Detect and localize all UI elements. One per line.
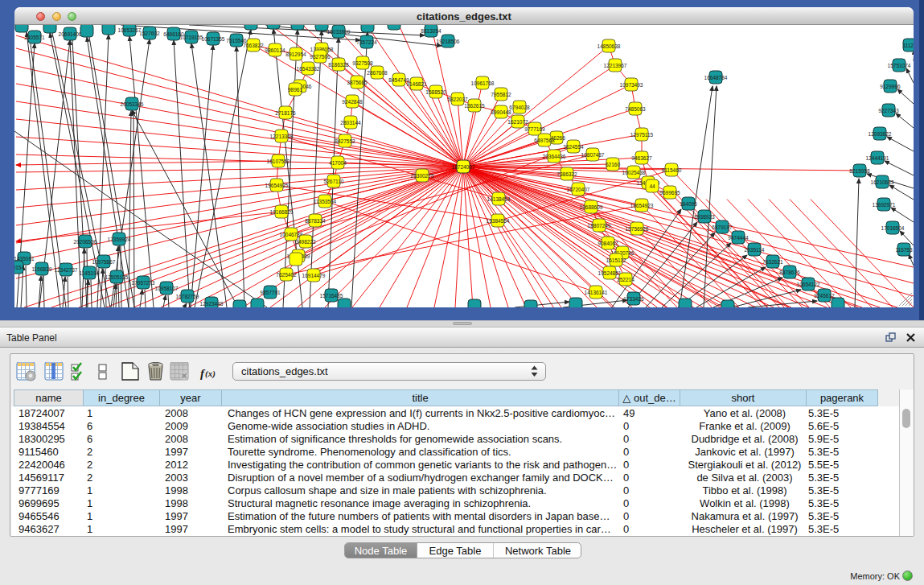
- svg-text:8186328: 8186328: [328, 62, 349, 68]
- svg-text:19218506: 19218506: [437, 39, 460, 44]
- svg-text:17016504: 17016504: [881, 225, 905, 231]
- svg-text:9777169: 9777169: [524, 126, 545, 132]
- svg-text:3498222: 3498222: [295, 239, 316, 245]
- svg-text:2867608: 2867608: [367, 70, 388, 76]
- svg-text:10958107: 10958107: [155, 286, 179, 291]
- svg-text:2935114: 2935114: [745, 247, 765, 253]
- svg-text:17957273: 17957273: [132, 280, 155, 286]
- svg-text:8990448: 8990448: [491, 109, 511, 115]
- svg-text:8878334: 8878334: [305, 218, 326, 224]
- svg-text:6794028: 6794028: [509, 105, 530, 110]
- svg-text:16107552: 16107552: [267, 159, 290, 164]
- svg-text:12213369: 12213369: [270, 134, 294, 139]
- svg-text:252214: 252214: [617, 277, 634, 282]
- svg-text:19166829: 19166829: [270, 209, 294, 215]
- svg-text:9115460: 9115460: [662, 167, 682, 173]
- svg-text:12444191: 12444191: [866, 155, 889, 161]
- svg-text:8813054: 8813054: [421, 28, 441, 34]
- svg-text:15720407: 15720407: [567, 187, 590, 192]
- svg-text:10688609: 10688609: [580, 204, 603, 210]
- svg-text:9860124: 9860124: [265, 47, 285, 53]
- svg-text:17359924: 17359924: [108, 237, 131, 242]
- svg-text:5267110: 5267110: [324, 179, 344, 184]
- svg-text:12093822: 12093822: [869, 131, 892, 137]
- svg-text:3624554: 3624554: [563, 144, 584, 150]
- svg-text:7386322: 7386322: [556, 171, 577, 177]
- svg-text:10756928: 10756928: [626, 226, 649, 232]
- svg-text:9699695: 9699695: [659, 190, 680, 196]
- svg-text:14850638: 14850638: [598, 43, 621, 49]
- svg-text:10975867: 10975867: [92, 259, 116, 265]
- svg-text:2803144: 2803144: [340, 120, 361, 126]
- svg-text:12923448: 12923448: [200, 301, 224, 307]
- svg-text:9327506: 9327506: [310, 54, 331, 60]
- svg-text:19524851: 19524851: [598, 270, 622, 276]
- svg-text:20364436: 20364436: [543, 154, 566, 159]
- svg-text:8478676: 8478676: [779, 270, 800, 275]
- svg-text:2718176: 2718176: [275, 110, 296, 116]
- svg-text:19654925: 19654925: [265, 183, 289, 188]
- svg-text:10807487: 10807487: [581, 152, 605, 158]
- svg-text:6879197: 6879197: [712, 225, 733, 230]
- svg-text:1145194: 1145194: [80, 270, 100, 276]
- svg-text:15751074: 15751074: [888, 63, 911, 68]
- svg-text:9857791: 9857791: [260, 290, 281, 295]
- svg-text:10025438: 10025438: [622, 170, 646, 175]
- svg-text:116753: 116753: [895, 247, 913, 253]
- svg-text:11353594: 11353594: [314, 199, 337, 204]
- svg-text:16782759: 16782759: [176, 294, 199, 299]
- svg-text:9327508: 9327508: [352, 60, 373, 66]
- svg-text:9129966: 9129966: [880, 84, 901, 89]
- svg-text:1588520: 1588520: [425, 89, 446, 95]
- svg-text:9146821: 9146821: [406, 81, 427, 87]
- svg-text:8912954: 8912954: [285, 51, 306, 57]
- svg-text:9242848: 9242848: [342, 99, 363, 105]
- svg-text:98961: 98961: [288, 87, 302, 93]
- svg-text:14136141: 14136141: [585, 290, 608, 295]
- svg-text:8938923: 8938923: [694, 214, 715, 220]
- svg-text:14138454: 14138454: [487, 196, 511, 202]
- svg-text:18807249: 18807249: [588, 223, 611, 229]
- svg-text:9463627: 9463627: [631, 155, 652, 161]
- svg-text:1156829: 1156829: [32, 266, 52, 272]
- svg-text:10719155: 10719155: [180, 35, 203, 40]
- svg-text:8427552: 8427552: [335, 138, 355, 144]
- svg-text:7632621: 7632621: [762, 259, 783, 265]
- svg-text:19384554: 19384554: [487, 218, 510, 224]
- svg-text:7663822: 7663822: [243, 43, 264, 48]
- svg-text:15716485: 15716485: [320, 293, 343, 299]
- svg-text:(x): (x): [205, 369, 216, 379]
- svg-text:1733426: 1733426: [623, 296, 644, 302]
- svg-text:18724007: 18724007: [452, 164, 475, 170]
- svg-text:12342737: 12342737: [55, 267, 78, 273]
- svg-text:1527602: 1527602: [139, 31, 160, 36]
- svg-text:5822037: 5822037: [447, 97, 468, 102]
- svg-text:25300275: 25300275: [411, 173, 434, 179]
- svg-text:7955812: 7955812: [491, 92, 511, 97]
- svg-text:13692971: 13692971: [873, 202, 896, 208]
- svg-text:12975115: 12975115: [630, 132, 654, 138]
- svg-text:16033809: 16033809: [327, 29, 351, 35]
- svg-text:20691406: 20691406: [59, 31, 82, 37]
- svg-text:9245612: 9245612: [814, 293, 835, 299]
- svg-text:1362615: 1362615: [464, 103, 485, 109]
- svg-text:2405571: 2405571: [24, 35, 45, 40]
- svg-text:7625402: 7625402: [276, 272, 297, 278]
- svg-text:164095: 164095: [680, 201, 697, 207]
- svg-text:10654122: 10654122: [797, 282, 820, 287]
- svg-text:1621072: 1621072: [507, 119, 528, 125]
- svg-text:6497568: 6497568: [534, 138, 555, 143]
- svg-text:11123: 11123: [902, 43, 914, 48]
- svg-text:417004: 417004: [329, 160, 347, 166]
- svg-text:10961768: 10961768: [471, 80, 495, 86]
- svg-text:16543382: 16543382: [297, 66, 320, 72]
- svg-text:19654923: 19654923: [630, 203, 654, 208]
- svg-text:10973493: 10973493: [620, 82, 643, 88]
- svg-text:12505135: 12505135: [105, 274, 129, 280]
- svg-text:1435061: 1435061: [14, 256, 35, 262]
- svg-text:10671355: 10671355: [202, 36, 225, 42]
- svg-text:44: 44: [649, 183, 655, 189]
- svg-text:9084067: 9084067: [598, 241, 618, 246]
- svg-text:8215958: 8215958: [849, 168, 870, 174]
- svg-text:12213967: 12213967: [604, 63, 627, 68]
